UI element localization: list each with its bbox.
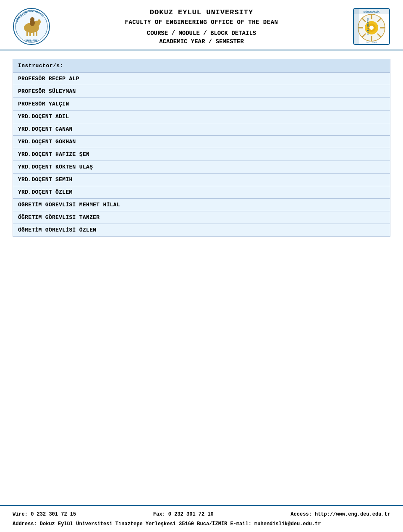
instructor-row: ÖĞRETİM GÖREVLİSİ TANZER bbox=[13, 211, 390, 224]
footer-access: Access: http://www.eng.deu.edu.tr bbox=[290, 511, 390, 517]
course-details: COURSE / MODULE / BLOCK DETAILS bbox=[59, 30, 344, 37]
instructor-row: YRD.DOÇENT HAFİZE ŞEN bbox=[13, 148, 390, 161]
instructor-name: PROFESÖR SÜLEYMAN bbox=[13, 85, 390, 98]
svg-text:DEÜ · İZMİR: DEÜ · İZMİR bbox=[366, 41, 377, 44]
page-wrapper: DOKUZ EYLÜL İZMİR·1982 DOKUZ EYLÜL ÜNİVE… bbox=[0, 0, 403, 532]
svg-text:F A C U L T E S İ: F A C U L T E S İ bbox=[366, 18, 369, 35]
instructor-row: ÖĞRETİM GÖREVLİSİ MEHMET HİLAL bbox=[13, 199, 390, 211]
instructor-row: YRD.DOÇENT CANAN bbox=[13, 123, 390, 136]
instructor-name: YRD.DOÇENT KÖKTEN ULAŞ bbox=[13, 161, 390, 174]
svg-point-27 bbox=[369, 26, 374, 30]
footer-address: Address: Dokuz Eylül Üniversitesi Tınazt… bbox=[13, 519, 390, 529]
instructor-row: PROFESÖR YALÇIN bbox=[13, 98, 390, 111]
instructor-header: Instructor/s: bbox=[13, 59, 390, 73]
instructor-name: PROFESÖR RECEP ALP bbox=[13, 73, 390, 85]
svg-point-10 bbox=[30, 17, 34, 21]
instructor-name: PROFESÖR YALÇIN bbox=[13, 98, 390, 111]
footer-wire: Wire: 0 232 301 72 15 bbox=[13, 511, 76, 517]
svg-rect-7 bbox=[33, 32, 34, 36]
instructor-name: YRD.DOÇENT CANAN bbox=[13, 123, 390, 136]
instructor-row: ÖĞRETİM GÖREVLİSİ ÖZLEM bbox=[13, 224, 390, 237]
instructor-name: YRD.DOÇENT ADİL bbox=[13, 111, 390, 123]
header-text: DOKUZ EYLUL UNIVERSITY FACULTY OF ENGINE… bbox=[50, 8, 353, 45]
faculty-name: FACULTY OF ENGINEERING OFFICE OF THE DEA… bbox=[59, 19, 344, 26]
footer-line1: Wire: 0 232 301 72 15 Fax: 0 232 301 72 … bbox=[13, 509, 390, 519]
instructor-table: Instructor/s: PROFESÖR RECEP ALPPROFESÖR… bbox=[13, 59, 390, 237]
instructor-row: YRD.DOÇENT GÖKHAN bbox=[13, 136, 390, 148]
svg-rect-8 bbox=[36, 31, 37, 36]
instructor-name: ÖĞRETİM GÖREVLİSİ MEHMET HİLAL bbox=[13, 199, 390, 211]
svg-rect-5 bbox=[26, 31, 28, 36]
svg-text:MÜHENDİSLİK: MÜHENDİSLİK bbox=[364, 11, 379, 13]
instructor-row: PROFESÖR SÜLEYMAN bbox=[13, 85, 390, 98]
university-name: DOKUZ EYLUL UNIVERSITY bbox=[59, 8, 344, 16]
academic-year: ACADEMIC YEAR / SEMESTER bbox=[59, 38, 344, 45]
instructor-row: YRD.DOÇENT SEMİH bbox=[13, 174, 390, 186]
instructor-name: YRD.DOÇENT ÖZLEM bbox=[13, 186, 390, 199]
instructor-name: YRD.DOÇENT HAFİZE ŞEN bbox=[13, 148, 390, 161]
main-content: Instructor/s: PROFESÖR RECEP ALPPROFESÖR… bbox=[0, 50, 403, 505]
right-logo: F A C U L T E S İ MÜHENDİSLİK DEÜ · İZMİ… bbox=[353, 8, 390, 45]
svg-text:İZMİR · 1982: İZMİR · 1982 bbox=[26, 39, 38, 42]
instructor-row: YRD.DOÇENT ÖZLEM bbox=[13, 186, 390, 199]
header: DOKUZ EYLÜL İZMİR·1982 DOKUZ EYLÜL ÜNİVE… bbox=[0, 0, 403, 50]
instructor-name: ÖĞRETİM GÖREVLİSİ TANZER bbox=[13, 211, 390, 224]
left-logo: DOKUZ EYLÜL İZMİR·1982 DOKUZ EYLÜL ÜNİVE… bbox=[13, 8, 50, 45]
footer-fax: Fax: 0 232 301 72 10 bbox=[153, 511, 214, 517]
footer: Wire: 0 232 301 72 15 Fax: 0 232 301 72 … bbox=[0, 505, 403, 532]
instructor-row: YRD.DOÇENT KÖKTEN ULAŞ bbox=[13, 161, 390, 174]
instructor-row: PROFESÖR RECEP ALP bbox=[13, 73, 390, 85]
instructor-name: YRD.DOÇENT SEMİH bbox=[13, 174, 390, 186]
instructor-row: YRD.DOÇENT ADİL bbox=[13, 111, 390, 123]
svg-rect-6 bbox=[29, 32, 31, 36]
instructor-name: ÖĞRETİM GÖREVLİSİ ÖZLEM bbox=[13, 224, 390, 237]
instructor-name: YRD.DOÇENT GÖKHAN bbox=[13, 136, 390, 148]
svg-point-4 bbox=[37, 19, 41, 24]
